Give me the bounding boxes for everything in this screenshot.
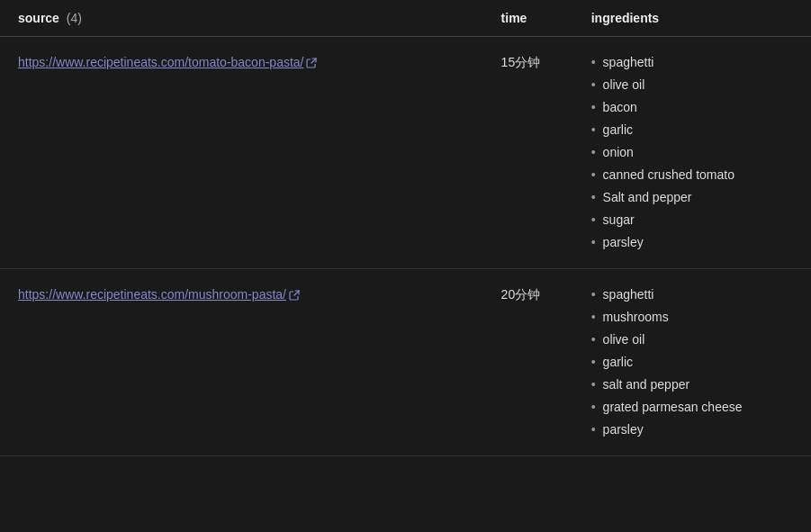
- source-link[interactable]: https://www.recipetineats.com/mushroom-p…: [18, 287, 300, 302]
- list-item: mushrooms: [591, 306, 797, 329]
- list-item: olive oil: [591, 329, 797, 351]
- ingredients-list: spaghettiolive oilbacongarliconioncanned…: [591, 51, 797, 254]
- ingredients-cell: spaghettiolive oilbacongarliconioncanned…: [577, 37, 811, 269]
- list-item: garlic: [591, 351, 797, 374]
- source-link[interactable]: https://www.recipetineats.com/tomato-bac…: [18, 55, 317, 69]
- time-cell: 15分钟: [487, 37, 577, 269]
- list-item: garlic: [591, 119, 797, 141]
- table-row: https://www.recipetineats.com/mushroom-p…: [0, 269, 811, 456]
- list-item: spaghetti: [591, 51, 797, 74]
- source-column-header: source (4): [0, 0, 487, 37]
- source-count: (4): [67, 11, 82, 25]
- svg-line-1: [294, 291, 299, 295]
- svg-line-0: [311, 59, 316, 63]
- list-item: parsley: [591, 419, 797, 441]
- ingredients-column-header: ingredients: [577, 0, 811, 37]
- list-item: grated parmesan cheese: [591, 396, 797, 419]
- results-table: source (4) time ingredients https://www.…: [0, 0, 811, 456]
- source-cell: https://www.recipetineats.com/mushroom-p…: [0, 269, 487, 456]
- table-row: https://www.recipetineats.com/tomato-bac…: [0, 37, 811, 269]
- time-column-header: time: [487, 0, 577, 37]
- source-cell: https://www.recipetineats.com/tomato-bac…: [0, 37, 487, 269]
- list-item: onion: [591, 141, 797, 164]
- source-label: source: [18, 11, 59, 25]
- list-item: canned crushed tomato: [591, 164, 797, 186]
- list-item: sugar: [591, 209, 797, 231]
- results-table-container: source (4) time ingredients https://www.…: [0, 0, 811, 456]
- external-link-icon: [286, 287, 300, 302]
- list-item: Salt and pepper: [591, 186, 797, 209]
- ingredients-list: spaghettimushroomsolive oilgarlicsalt an…: [591, 284, 797, 441]
- list-item: spaghetti: [591, 284, 797, 306]
- list-item: bacon: [591, 96, 797, 119]
- ingredients-cell: spaghettimushroomsolive oilgarlicsalt an…: [577, 269, 811, 456]
- list-item: olive oil: [591, 74, 797, 96]
- list-item: salt and pepper: [591, 374, 797, 396]
- time-cell: 20分钟: [487, 269, 577, 456]
- list-item: parsley: [591, 231, 797, 254]
- external-link-icon: [303, 55, 317, 69]
